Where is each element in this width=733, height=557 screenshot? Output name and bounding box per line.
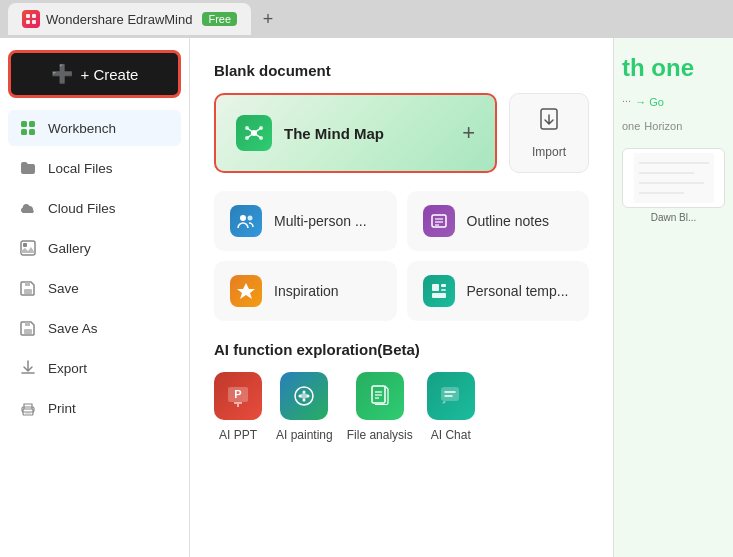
- import-label: Import: [532, 145, 566, 159]
- blank-doc-title: Blank document: [214, 62, 589, 79]
- ai-ppt-icon: P: [214, 372, 262, 420]
- cloud-files-icon: [18, 198, 38, 218]
- blank-doc-row: The Mind Map + Import: [214, 93, 589, 173]
- svg-rect-5: [29, 121, 35, 127]
- export-icon: [18, 358, 38, 378]
- multi-person-icon: [230, 205, 262, 237]
- sidebar-item-gallery[interactable]: Gallery: [8, 230, 181, 266]
- sidebar-item-save-label: Save: [48, 281, 79, 296]
- svg-rect-34: [432, 284, 439, 291]
- svg-marker-33: [237, 283, 255, 299]
- sidebar-item-local-files[interactable]: Local Files: [8, 150, 181, 186]
- new-tab-button[interactable]: +: [255, 6, 281, 32]
- svg-rect-37: [432, 293, 446, 298]
- feature-card-multi-person[interactable]: Multi-person ...: [214, 191, 397, 251]
- svg-rect-1: [32, 14, 36, 18]
- main-panel: Blank document: [190, 38, 613, 557]
- sidebar-item-export-label: Export: [48, 361, 87, 376]
- multi-person-label: Multi-person ...: [274, 213, 367, 229]
- sidebar-item-print-label: Print: [48, 401, 76, 416]
- feature-grid: Multi-person ... Outline notes: [214, 191, 589, 321]
- svg-rect-10: [24, 289, 32, 294]
- right-panel-tabs: one Horizon: [622, 120, 725, 132]
- svg-rect-6: [21, 129, 27, 135]
- import-card[interactable]: Import: [509, 93, 589, 173]
- svg-rect-51: [441, 387, 459, 401]
- right-panel: th one ... → Go one Horizon Dawn Bl...: [613, 38, 733, 557]
- ai-card-chat[interactable]: AI Chat: [427, 372, 475, 442]
- sidebar-item-gallery-label: Gallery: [48, 241, 91, 256]
- feature-card-inspiration[interactable]: Inspiration: [214, 261, 397, 321]
- sidebar-item-workbench[interactable]: Workbench: [8, 110, 181, 146]
- mind-map-left: The Mind Map: [236, 115, 384, 151]
- ai-painting-icon: [280, 372, 328, 420]
- svg-rect-13: [25, 322, 30, 326]
- local-files-icon: [18, 158, 38, 178]
- tab-bar: Wondershare EdrawMind Free +: [0, 0, 733, 38]
- svg-rect-16: [25, 412, 31, 414]
- right-panel-ellipsis: ...: [622, 92, 631, 104]
- svg-rect-35: [441, 284, 446, 287]
- main-layout: ➕ + Create Workbench Local Files: [0, 38, 733, 557]
- template-label: Dawn Bl...: [622, 212, 725, 223]
- ai-ppt-label: AI PPT: [219, 428, 257, 442]
- sidebar-item-local-label: Local Files: [48, 161, 113, 176]
- feature-card-personal-temp[interactable]: Personal temp...: [407, 261, 590, 321]
- svg-point-45: [303, 399, 306, 402]
- mind-map-icon: [236, 115, 272, 151]
- outline-notes-icon: [423, 205, 455, 237]
- template-thumbnail[interactable]: [622, 148, 725, 208]
- create-button[interactable]: ➕ + Create: [8, 50, 181, 98]
- workbench-icon: [18, 118, 38, 138]
- sidebar-item-save-as[interactable]: Save As: [8, 310, 181, 346]
- ai-painting-label: AI painting: [276, 428, 333, 442]
- svg-rect-0: [26, 14, 30, 18]
- sidebar-item-save[interactable]: Save: [8, 270, 181, 306]
- svg-point-46: [299, 395, 302, 398]
- tab-badge: Free: [202, 12, 237, 26]
- content-area: Blank document: [190, 38, 733, 557]
- sidebar-item-print[interactable]: Print: [8, 390, 181, 426]
- file-analysis-icon: [356, 372, 404, 420]
- svg-rect-7: [29, 129, 35, 135]
- svg-rect-2: [26, 20, 30, 24]
- svg-point-27: [240, 215, 246, 221]
- inspiration-icon: [230, 275, 262, 307]
- sidebar-item-saveas-label: Save As: [48, 321, 98, 336]
- svg-rect-41: [237, 404, 239, 407]
- app-icon: [22, 10, 40, 28]
- mind-map-label: The Mind Map: [284, 125, 384, 142]
- save-icon: [18, 278, 38, 298]
- sidebar-item-export[interactable]: Export: [8, 350, 181, 386]
- ai-chat-icon: [427, 372, 475, 420]
- go-button[interactable]: → Go: [635, 96, 664, 108]
- tab-one: one: [622, 120, 640, 132]
- create-label: + Create: [81, 66, 139, 83]
- mind-map-plus-icon: +: [462, 120, 475, 146]
- right-panel-heading: th one: [622, 54, 725, 82]
- svg-rect-4: [21, 121, 27, 127]
- svg-rect-3: [32, 20, 36, 24]
- svg-rect-11: [25, 282, 30, 286]
- tab-label: Wondershare EdrawMind: [46, 12, 192, 27]
- sidebar-item-cloud-files[interactable]: Cloud Files: [8, 190, 181, 226]
- svg-point-44: [307, 395, 310, 398]
- ai-card-file-analysis[interactable]: File analysis: [347, 372, 413, 442]
- feature-card-outline-notes[interactable]: Outline notes: [407, 191, 590, 251]
- svg-rect-12: [24, 329, 32, 334]
- gallery-icon: [18, 238, 38, 258]
- inspiration-label: Inspiration: [274, 283, 339, 299]
- svg-rect-40: [234, 402, 242, 404]
- main-tab[interactable]: Wondershare EdrawMind Free: [8, 3, 251, 35]
- svg-rect-54: [634, 153, 714, 203]
- sidebar-item-workbench-label: Workbench: [48, 121, 116, 136]
- ai-card-painting[interactable]: AI painting: [276, 372, 333, 442]
- personal-temp-label: Personal temp...: [467, 283, 569, 299]
- svg-rect-9: [23, 243, 27, 247]
- svg-point-43: [303, 391, 306, 394]
- sidebar-item-cloud-label: Cloud Files: [48, 201, 116, 216]
- sidebar: ➕ + Create Workbench Local Files: [0, 38, 190, 557]
- mind-map-card[interactable]: The Mind Map +: [214, 93, 497, 173]
- ai-card-ppt[interactable]: P AI PPT: [214, 372, 262, 442]
- svg-point-28: [248, 216, 253, 221]
